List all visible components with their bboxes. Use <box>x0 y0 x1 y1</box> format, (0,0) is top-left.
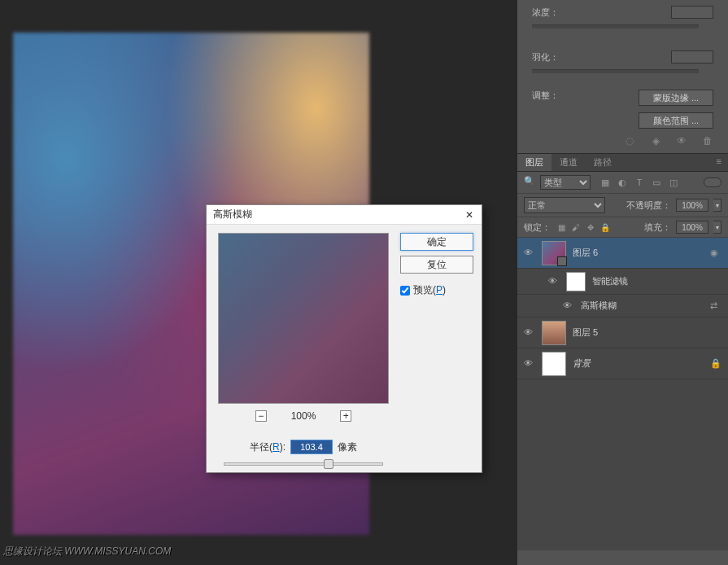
adjust-label: 调整： <box>532 90 559 102</box>
layer-name[interactable]: 背景 <box>573 357 591 370</box>
eye-icon[interactable]: 👁 <box>524 247 535 259</box>
blend-row: 正常 不透明度： 100% ▾ <box>517 194 728 217</box>
eye-icon[interactable]: 👁 <box>548 276 560 287</box>
layer-row-gaussian-blur[interactable]: 👁 高斯模糊 ⇄ <box>517 295 728 318</box>
watermark-text: 思缘设计论坛 WWW.MISSYUAN.COM <box>3 545 171 558</box>
opacity-input[interactable]: 100% <box>676 199 708 212</box>
preview-label: 预览(P) <box>413 283 446 297</box>
filter-adjust-icon[interactable]: ◐ <box>616 176 629 189</box>
radius-input[interactable] <box>290 440 333 454</box>
preview-checkbox-row[interactable]: 预览(P) <box>400 283 473 297</box>
lock-label: 锁定： <box>524 221 551 234</box>
filter-mask-thumb[interactable] <box>566 272 586 291</box>
filter-smart-icon[interactable]: ◫ <box>667 176 680 189</box>
lock-brush-icon[interactable]: 🖌 <box>570 221 582 233</box>
layer-row-smart-filters[interactable]: 👁 智能滤镜 <box>517 269 728 295</box>
layers-empty-area <box>517 379 728 550</box>
reset-button[interactable]: 复位 <box>400 256 473 274</box>
tab-channels[interactable]: 通道 <box>551 154 586 171</box>
lock-icon: 🔒 <box>710 358 721 370</box>
blend-mode-select[interactable]: 正常 <box>524 197 605 213</box>
radius-label: 半径(R): <box>250 440 286 454</box>
filter-type-icon[interactable]: T <box>633 176 646 189</box>
concentration-slider[interactable] <box>532 24 699 28</box>
opacity-label: 不透明度： <box>626 199 671 212</box>
layer-thumb[interactable] <box>542 321 566 345</box>
opacity-dropdown-icon[interactable]: ▾ <box>713 199 721 212</box>
right-panel: 浓度： 羽化： 调整： 蒙版边缘 ... 颜色范围 ... ◌ ◈ 👁 🗑 图层… <box>517 0 728 565</box>
lock-all-icon[interactable]: 🔒 <box>599 221 611 233</box>
filter-settings-icon[interactable]: ⇄ <box>710 300 721 312</box>
ok-button[interactable]: 确定 <box>400 233 473 251</box>
search-icon[interactable]: 🔍 <box>524 176 537 189</box>
radius-unit: 像素 <box>338 440 357 454</box>
concentration-label: 浓度： <box>532 7 573 19</box>
eye-icon[interactable]: 👁 <box>524 327 535 339</box>
layer-name[interactable]: 图层 6 <box>573 247 598 259</box>
panel-tabs: 图层 通道 路径 ≡ <box>517 154 728 172</box>
eye-icon[interactable]: 👁 <box>524 358 535 370</box>
zoom-out-button[interactable]: − <box>255 410 267 422</box>
feather-slider[interactable] <box>532 69 699 73</box>
target-icon[interactable]: ◌ <box>624 135 635 147</box>
dialog-title-bar[interactable]: 高斯模糊 ✕ <box>207 205 482 225</box>
feather-label: 羽化： <box>532 51 573 64</box>
layer-thumb[interactable] <box>542 241 566 265</box>
fill-label: 填充： <box>644 221 671 234</box>
gaussian-blur-dialog: 高斯模糊 ✕ − 100% + 半径(R): 像素 确定 复位 <box>206 204 482 473</box>
layer-name[interactable]: 图层 5 <box>573 326 598 339</box>
layer-row-layer6[interactable]: 👁 图层 6 ◉ <box>517 238 728 269</box>
tab-layers[interactable]: 图层 <box>517 154 551 171</box>
mask-edge-button[interactable]: 蒙版边缘 ... <box>639 90 713 106</box>
filter-shape-icon[interactable]: ▭ <box>650 176 663 189</box>
zoom-in-button[interactable]: + <box>340 410 351 422</box>
layer-filter-row: 🔍 类型 ▦ ◐ T ▭ ◫ <box>517 172 728 194</box>
visibility-icon[interactable]: 👁 <box>676 135 687 147</box>
layer-thumb[interactable] <box>542 352 566 376</box>
blur-preview[interactable] <box>218 233 389 404</box>
panel-menu-icon[interactable]: ≡ <box>710 154 728 171</box>
tab-paths[interactable]: 路径 <box>586 154 620 171</box>
lock-transparency-icon[interactable]: ▦ <box>556 221 567 233</box>
radius-slider[interactable] <box>224 462 383 466</box>
feather-value[interactable] <box>671 50 713 64</box>
filter-indicator-icon[interactable]: ◉ <box>710 247 721 259</box>
filter-toggle[interactable] <box>704 177 721 187</box>
fill-dropdown-icon[interactable]: ▾ <box>713 221 721 234</box>
layer-name[interactable]: 高斯模糊 <box>581 300 617 312</box>
lock-position-icon[interactable]: ✥ <box>585 221 596 233</box>
layers-list: 👁 图层 6 ◉ 👁 智能滤镜 👁 高斯模糊 ⇄ 👁 图层 5 👁 背景 🔒 <box>517 238 728 379</box>
dialog-title: 高斯模糊 <box>213 208 252 221</box>
color-range-button[interactable]: 颜色范围 ... <box>639 112 713 129</box>
mask-icon[interactable]: ◈ <box>650 135 661 147</box>
fill-input[interactable]: 100% <box>676 221 708 234</box>
eye-icon[interactable]: 👁 <box>563 300 574 312</box>
close-icon[interactable]: ✕ <box>464 209 475 221</box>
preview-checkbox[interactable] <box>400 286 410 296</box>
lock-row: 锁定： ▦ 🖌 ✥ 🔒 填充： 100% ▾ <box>517 217 728 238</box>
layer-row-layer5[interactable]: 👁 图层 5 <box>517 318 728 348</box>
trash-icon[interactable]: 🗑 <box>702 135 713 147</box>
concentration-value[interactable] <box>671 6 713 19</box>
filter-type-select[interactable]: 类型 <box>540 175 591 190</box>
layer-row-background[interactable]: 👁 背景 🔒 <box>517 348 728 379</box>
zoom-level: 100% <box>291 410 316 422</box>
slider-thumb[interactable] <box>324 459 333 469</box>
layer-name[interactable]: 智能滤镜 <box>592 275 628 287</box>
filter-pixel-icon[interactable]: ▦ <box>599 176 612 189</box>
